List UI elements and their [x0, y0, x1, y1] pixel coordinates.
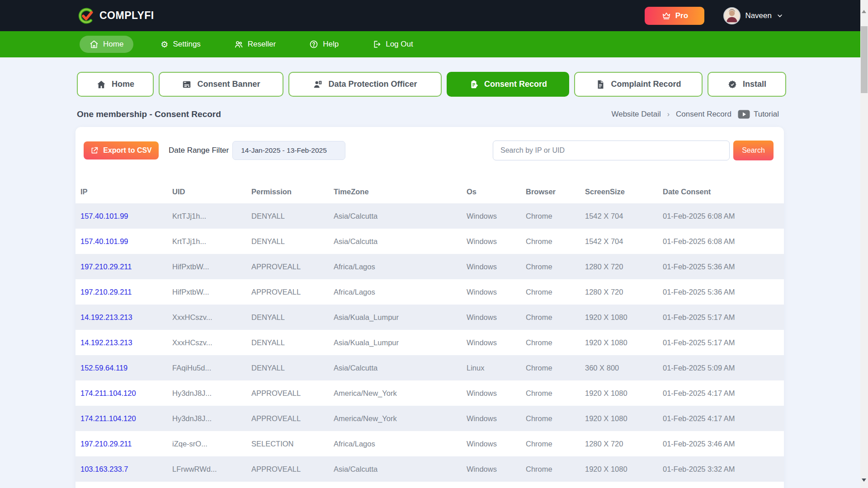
cell-browser: Chrome	[521, 203, 580, 229]
consent-record-card: Export to CSV Date Range Filter Search I…	[75, 127, 784, 488]
complyfi-logo-icon	[77, 7, 95, 25]
column-header-ip: IP	[75, 180, 167, 203]
cell-date-consent: 01-Feb-2025 5:09 AM	[658, 355, 784, 380]
column-header-date-consent: Date Consent	[658, 180, 784, 203]
ip-link[interactable]: 197.210.29.211	[80, 288, 132, 296]
cell-date-consent: 01-Feb-2025 5:17 AM	[658, 305, 784, 330]
ip-link[interactable]: 14.192.213.213	[80, 313, 132, 321]
ip-cell: 197.210.29.211	[75, 279, 167, 305]
ip-cell: 14.192.213.213	[75, 305, 167, 330]
scroll-down-arrow-icon[interactable]	[862, 479, 866, 482]
cell-os: Linux	[462, 355, 521, 380]
cell-timezone: Africa/Lagos	[329, 431, 462, 456]
page-title: One membership - Consent Record	[77, 109, 221, 119]
banner-icon	[182, 80, 192, 89]
users-icon	[234, 40, 243, 49]
nav-item-home[interactable]: Home	[80, 36, 133, 53]
cell-screensize: 1280 X 720	[580, 279, 658, 305]
column-header-browser: Browser	[521, 180, 580, 203]
ip-cell: 103.163.233.7	[75, 456, 167, 482]
cell-browser: Chrome	[521, 406, 580, 431]
search-input[interactable]	[493, 141, 730, 160]
cell-uid: KrtTJj1h...	[167, 203, 246, 229]
cell-screensize: 1920 X 1080	[580, 305, 658, 330]
cell-permission: DENYALL	[246, 330, 329, 355]
table-body: 157.40.101.99KrtTJj1h...DENYALLAsia/Calc…	[75, 203, 784, 482]
date-range-input[interactable]	[232, 141, 345, 160]
column-header-permission: Permission	[246, 180, 329, 203]
cell-os: Windows	[462, 330, 521, 355]
scrollbar[interactable]	[860, 0, 868, 488]
ip-link[interactable]: 157.40.101.99	[80, 212, 128, 220]
cell-browser: Chrome	[521, 456, 580, 482]
cell-permission: APPROVEALL	[246, 279, 329, 305]
tab-consent-banner[interactable]: Consent Banner	[159, 72, 283, 97]
scroll-up-arrow-icon[interactable]	[862, 10, 866, 13]
table-row: 157.40.101.99KrtTJj1h...DENYALLAsia/Calc…	[75, 229, 784, 254]
user-menu[interactable]: Naveen	[723, 7, 783, 24]
tab-data-protection-officer[interactable]: Data Protection Officer	[288, 72, 442, 97]
table-header-row: IPUIDPermissionTimeZoneOsBrowserScreenSi…	[75, 180, 784, 203]
tab-install[interactable]: Install	[708, 72, 786, 97]
ip-cell: 14.192.213.213	[75, 330, 167, 355]
table-row: 197.210.29.211HifPxtbW...APPROVEALLAfric…	[75, 279, 784, 305]
cell-screensize: 1920 X 1080	[580, 330, 658, 355]
table-row: 14.192.213.213XxxHCszv...DENYALLAsia/Kua…	[75, 305, 784, 330]
cell-permission: DENYALL	[246, 229, 329, 254]
cell-timezone: America/New_York	[329, 406, 462, 431]
table-row: 103.163.233.7LFrwwRWd...APPROVEALLAsia/C…	[75, 456, 784, 482]
tab-complaint-record[interactable]: Complaint Record	[574, 72, 703, 97]
ip-cell: 174.211.104.120	[75, 380, 167, 406]
cell-permission: APPROVEALL	[246, 456, 329, 482]
brand-logo[interactable]: COMPLYFI	[77, 7, 154, 25]
nav-item-settings[interactable]: ⚙Settings	[154, 36, 207, 53]
column-header-os: Os	[462, 180, 521, 203]
title-row: One membership - Consent Record Website …	[77, 109, 779, 119]
search-button[interactable]: Search	[733, 141, 774, 160]
chevron-down-icon	[776, 12, 783, 19]
tab-consent-record[interactable]: Consent Record	[447, 72, 569, 97]
tutorial-link[interactable]: Tutorial	[738, 110, 779, 119]
cell-screensize: 360 X 800	[580, 355, 658, 380]
cell-uid: HifPxtbW...	[167, 254, 246, 279]
cell-timezone: Asia/Kuala_Lumpur	[329, 305, 462, 330]
scrollbar-thumb[interactable]	[861, 26, 868, 93]
column-header-uid: UID	[167, 180, 246, 203]
cell-date-consent: 01-Feb-2025 5:36 AM	[658, 254, 784, 279]
breadcrumb-item-consent-record[interactable]: Consent Record	[676, 110, 731, 119]
cell-os: Windows	[462, 380, 521, 406]
ip-link[interactable]: 152.59.64.119	[80, 364, 127, 372]
ip-cell: 174.211.104.120	[75, 406, 167, 431]
ip-link[interactable]: 14.192.213.213	[80, 338, 132, 347]
cell-os: Windows	[462, 203, 521, 229]
tab-home[interactable]: Home	[77, 72, 154, 97]
nav-item-log-out[interactable]: Log Out	[366, 36, 420, 53]
cell-os: Windows	[462, 456, 521, 482]
breadcrumb: Website Detail›Consent Record	[611, 110, 731, 119]
cell-permission: APPROVEALL	[246, 406, 329, 431]
ip-link[interactable]: 197.210.29.211	[80, 440, 132, 448]
cell-os: Windows	[462, 431, 521, 456]
nav-item-help[interactable]: Help	[303, 36, 345, 53]
nav-item-reseller[interactable]: Reseller	[228, 36, 282, 53]
breadcrumb-item-website-detail[interactable]: Website Detail	[611, 110, 660, 119]
user-name: Naveen	[745, 11, 772, 20]
ip-link[interactable]: 157.40.101.99	[80, 237, 128, 245]
ip-link[interactable]: 197.210.29.211	[80, 263, 132, 271]
cell-date-consent: 01-Feb-2025 3:46 AM	[658, 431, 784, 456]
green-nav: Home⚙SettingsResellerHelpLog Out	[0, 31, 860, 57]
table-row: 14.192.213.213XxxHCszv...DENYALLAsia/Kua…	[75, 330, 784, 355]
cell-uid: LFrwwRWd...	[167, 456, 246, 482]
export-csv-button[interactable]: Export to CSV	[84, 141, 159, 160]
cell-date-consent: 01-Feb-2025 4:17 AM	[658, 380, 784, 406]
ip-cell: 157.40.101.99	[75, 203, 167, 229]
cell-timezone: Asia/Calcutta	[329, 229, 462, 254]
brand-name: COMPLYFI	[99, 9, 154, 22]
ip-link[interactable]: 103.163.233.7	[80, 465, 128, 473]
cell-permission: APPROVEALL	[246, 380, 329, 406]
ip-link[interactable]: 174.211.104.120	[80, 389, 136, 397]
ip-link[interactable]: 174.211.104.120	[80, 414, 136, 422]
home-solid-icon	[96, 80, 106, 89]
pro-button[interactable]: Pro	[645, 7, 704, 25]
gear-icon: ⚙	[160, 40, 168, 49]
